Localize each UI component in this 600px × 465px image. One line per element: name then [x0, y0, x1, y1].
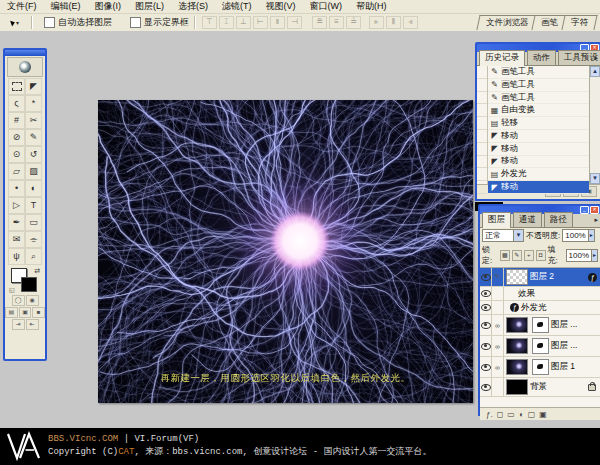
blur-tool-icon[interactable]: • [8, 180, 25, 197]
layer-thumbnail[interactable] [506, 338, 528, 354]
visibility-eye-icon[interactable] [481, 343, 491, 350]
crop-tool-icon[interactable]: # [8, 112, 25, 129]
menu-file[interactable]: 文件(F) [0, 0, 44, 13]
menu-select[interactable]: 选择(S) [171, 0, 215, 13]
history-item[interactable]: ▦自由变换 [488, 104, 589, 117]
healing-brush-tool-icon[interactable]: ⊘ [8, 129, 25, 146]
eraser-tool-icon[interactable]: ▱ [8, 163, 25, 180]
layer-row-layer2[interactable]: ✎ 图层 2 ƒ [480, 268, 600, 287]
add-layer-style-icon[interactable]: ƒ. [486, 410, 493, 419]
scroll-down-icon[interactable]: ▼ [590, 173, 600, 184]
default-colors-icon[interactable]: ◱ [9, 286, 15, 293]
align-bottom-icon[interactable]: ⊥ [236, 16, 251, 29]
lock-position-icon[interactable]: + [524, 250, 534, 261]
lasso-tool-icon[interactable]: ς [8, 95, 25, 112]
minimize-icon[interactable]: _ [580, 206, 589, 214]
imageready-alt-icon[interactable]: ⇤ [26, 319, 39, 330]
align-horizontal-center-icon[interactable]: ‖ [270, 16, 285, 29]
tab-actions[interactable]: 动作 [527, 50, 556, 65]
history-brush-tool-icon[interactable]: ↺ [25, 146, 42, 163]
standard-mode-icon[interactable]: ◯ [12, 295, 25, 306]
fill-input[interactable]: 100% ▸ [566, 249, 598, 262]
current-tool-icon[interactable]: ▾ [4, 16, 26, 29]
layer-mask-thumbnail[interactable] [532, 338, 549, 354]
align-vertical-center-icon[interactable]: ⌶ [219, 16, 234, 29]
tab-character[interactable]: 字符 [561, 15, 597, 30]
tab-channels[interactable]: 通道 [513, 212, 542, 227]
menu-view[interactable]: 视图(V) [259, 0, 303, 13]
history-item[interactable]: ▤轻移 [488, 117, 589, 130]
swap-colors-icon[interactable]: ⇄ [34, 267, 40, 275]
layer-row[interactable]: ∞ 图层 ... [480, 336, 600, 357]
history-item[interactable]: ✎画笔工具 [488, 79, 589, 92]
shape-tool-icon[interactable]: ▭ [25, 214, 42, 231]
notes-tool-icon[interactable]: ✉ [8, 231, 25, 248]
show-bounding-box-checkbox[interactable] [130, 17, 141, 28]
visibility-eye-icon[interactable] [481, 322, 491, 329]
layer-thumbnail[interactable] [506, 317, 528, 333]
history-item[interactable]: ◤移动 [488, 130, 589, 143]
menu-edit[interactable]: 编辑(E) [44, 0, 88, 13]
menu-window[interactable]: 窗口(W) [303, 0, 350, 13]
move-tool-icon[interactable]: ◤ [25, 78, 42, 95]
history-item[interactable]: ▤外发光 [488, 168, 589, 181]
hand-tool-icon[interactable]: ψ [8, 248, 25, 265]
visibility-eye-icon[interactable] [481, 364, 491, 371]
opacity-input[interactable]: 100% ▸ [562, 229, 594, 242]
background-layer-row[interactable]: 背景 [480, 378, 600, 397]
distribute-center-icon[interactable]: ≡ [329, 16, 344, 29]
history-scrollbar[interactable]: ▲ ▼ [589, 66, 600, 184]
tab-history[interactable]: 历史记录 [479, 50, 525, 66]
history-item[interactable]: ✎画笔工具 [488, 92, 589, 105]
lock-all-icon[interactable]: ◘ [536, 250, 546, 261]
marquee-tool-icon[interactable] [8, 78, 25, 95]
distribute-left-icon[interactable]: ⫦ [369, 16, 384, 29]
close-icon[interactable]: ✕ [590, 206, 599, 214]
delete-layer-icon[interactable]: ▣ [539, 410, 547, 419]
new-layer-icon[interactable]: ▢ [528, 410, 536, 419]
lock-paint-icon[interactable]: ✎ [512, 250, 522, 261]
visibility-eye-icon[interactable] [481, 304, 491, 311]
menu-layer[interactable]: 图层(L) [128, 0, 171, 13]
history-item[interactable]: ◤移动 [488, 156, 589, 169]
dodge-tool-icon[interactable]: ◐ [25, 180, 42, 197]
visibility-eye-icon[interactable] [481, 384, 491, 391]
scroll-up-icon[interactable]: ▲ [590, 66, 600, 77]
quick-mask-mode-icon[interactable]: ◉ [26, 295, 39, 306]
document-canvas[interactable]: 再新建一层，用圆形选区羽化以后填白色，然后外发光。 [98, 100, 473, 403]
layer-thumbnail[interactable] [506, 269, 528, 285]
zoom-tool-icon[interactable]: ⌕ [25, 248, 42, 265]
layer-mask-thumbnail[interactable] [532, 359, 549, 375]
add-mask-icon[interactable]: ◻ [497, 410, 504, 419]
history-item-selected[interactable]: ◤移动 [488, 181, 589, 194]
full-screen-icon[interactable]: ■ [32, 307, 45, 318]
align-top-icon[interactable]: ⊤ [202, 16, 217, 29]
align-right-icon[interactable]: ⊣ [287, 16, 302, 29]
menu-filter[interactable]: 滤镜(T) [215, 0, 259, 13]
outer-glow-row[interactable]: ƒ 外发光 [480, 301, 600, 315]
pen-tool-icon[interactable]: ✒ [8, 214, 25, 231]
clone-stamp-tool-icon[interactable]: ⊙ [8, 146, 25, 163]
menu-image[interactable]: 图像(I) [88, 0, 129, 13]
visibility-eye-icon[interactable] [481, 274, 491, 281]
new-adjustment-icon[interactable]: ◐ [519, 410, 524, 419]
eyedropper-tool-icon[interactable]: ⌯ [25, 231, 42, 248]
distribute-right-icon[interactable]: ⫣ [403, 16, 418, 29]
tab-file-browser[interactable]: 文件浏览器 [476, 15, 538, 30]
layer-thumbnail[interactable] [506, 379, 528, 395]
history-item[interactable]: ✎画笔工具 [488, 66, 589, 79]
layer-row[interactable]: ∞ 图层 ... [480, 315, 600, 336]
layer-row-layer1[interactable]: ∞ 图层 1 [480, 357, 600, 378]
type-tool-icon[interactable]: T [25, 197, 42, 214]
standard-screen-icon[interactable]: ▤ [5, 307, 18, 318]
imageready-icon[interactable]: ⇥ [12, 319, 25, 330]
toolbox-title-bar[interactable] [5, 50, 45, 56]
tab-paths[interactable]: 路径 [544, 212, 573, 227]
layer-effects-icon[interactable]: ƒ [588, 273, 597, 282]
auto-select-layer-checkbox[interactable] [44, 17, 55, 28]
background-color-swatch[interactable] [21, 277, 37, 292]
distribute-top-icon[interactable]: ≞ [312, 16, 327, 29]
tab-layers[interactable]: 图层 [482, 212, 511, 228]
layer-mask-thumbnail[interactable] [532, 317, 549, 333]
blend-mode-select[interactable]: 正常 ▼ [482, 229, 524, 242]
